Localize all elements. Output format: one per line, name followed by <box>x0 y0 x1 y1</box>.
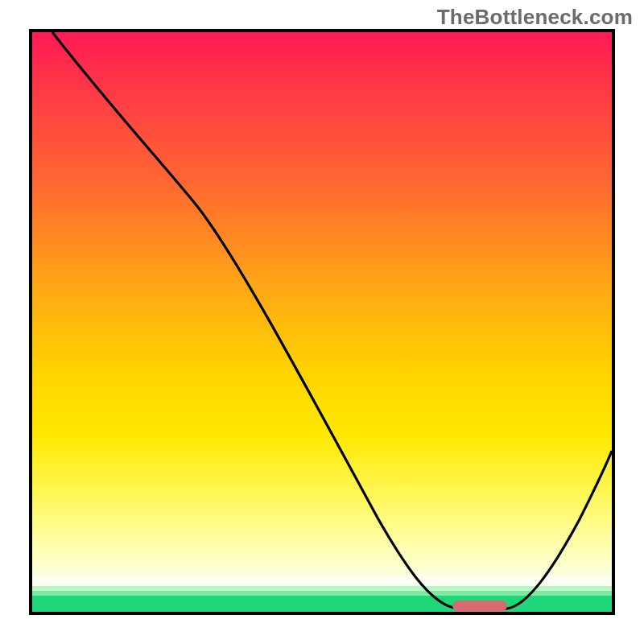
optimal-marker <box>452 601 507 611</box>
bottleneck-curve <box>32 32 612 612</box>
plot-area <box>29 29 615 615</box>
curve-path <box>52 32 612 609</box>
watermark-text: TheBottleneck.com <box>437 5 633 30</box>
chart-frame: TheBottleneck.com <box>0 0 644 644</box>
